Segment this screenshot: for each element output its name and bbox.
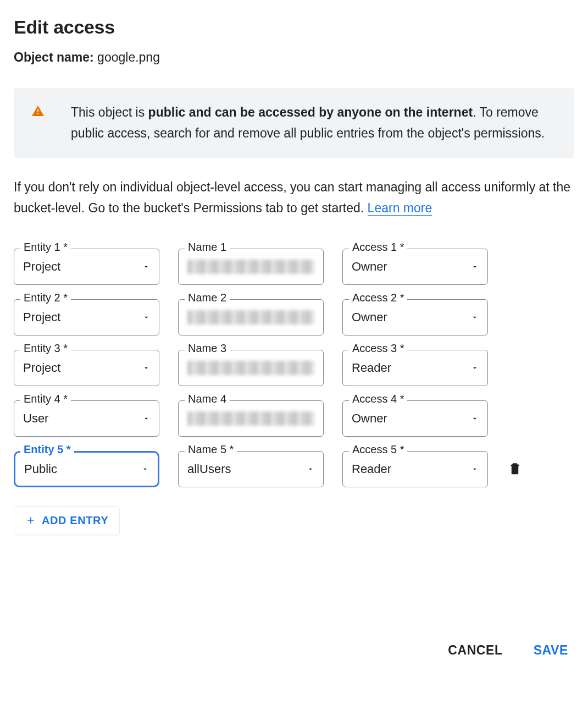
add-entry-label: ADD ENTRY	[42, 514, 108, 527]
add-entry-button[interactable]: ADD ENTRY	[14, 506, 120, 535]
access-value: Owner	[352, 411, 387, 426]
access-label: Access 4 *	[349, 393, 407, 404]
access-row: Entity 4 *UserName 4Access 4 *Owner	[14, 400, 574, 437]
dialog-title: Edit access	[14, 16, 574, 38]
chevron-down-icon	[141, 465, 149, 473]
entity-label: Entity 5 *	[20, 444, 74, 455]
redacted-value	[187, 411, 314, 426]
access-select[interactable]: Access 1 *Owner	[342, 249, 488, 285]
entity-select[interactable]: Entity 2 *Project	[14, 299, 159, 336]
entity-label: Entity 1 *	[20, 241, 71, 252]
entity-value: Project	[23, 260, 60, 274]
access-label: Access 1 *	[349, 241, 407, 252]
learn-more-link[interactable]: Learn more	[368, 201, 432, 216]
entity-value: User	[23, 411, 48, 426]
access-row: Entity 2 *ProjectName 2Access 2 *Owner	[14, 299, 574, 336]
public-access-alert: This object is public and can be accesse…	[14, 88, 574, 158]
access-value: Reader	[352, 361, 391, 375]
access-row: Entity 1 *ProjectName 1Access 1 *Owner	[14, 249, 574, 285]
redacted-value	[187, 310, 314, 324]
name-label: Name 3	[185, 343, 230, 354]
access-value: Reader	[352, 462, 391, 476]
object-name-value: google.png	[97, 50, 160, 64]
object-name: Object name: google.png	[14, 50, 574, 65]
trash-icon	[507, 465, 523, 479]
name-label: Name 2	[185, 292, 230, 303]
entity-select[interactable]: Entity 3 *Project	[14, 350, 159, 386]
name-input[interactable]: Name 3	[178, 350, 324, 386]
chevron-down-icon	[142, 364, 150, 372]
chevron-down-icon	[142, 314, 150, 321]
access-label: Access 3 *	[349, 343, 407, 354]
entity-label: Entity 3 *	[20, 343, 71, 354]
name-input[interactable]: Name 1	[178, 249, 324, 285]
access-select[interactable]: Access 2 *Owner	[342, 299, 488, 336]
entity-select[interactable]: Entity 4 *User	[14, 400, 159, 437]
plus-icon	[25, 515, 36, 526]
chevron-down-icon	[471, 415, 479, 422]
access-rows: Entity 1 *ProjectName 1Access 1 *OwnerEn…	[14, 249, 574, 487]
save-button[interactable]: SAVE	[534, 643, 568, 658]
access-row: Entity 3 *ProjectName 3Access 3 *Reader	[14, 350, 574, 386]
access-label: Access 2 *	[349, 292, 407, 303]
entity-value: Project	[23, 310, 60, 324]
access-value: Owner	[352, 260, 387, 274]
chevron-down-icon	[471, 364, 479, 372]
name-label: Name 5 *	[185, 444, 237, 455]
access-select[interactable]: Access 4 *Owner	[342, 400, 488, 437]
object-name-label: Object name:	[14, 50, 94, 64]
access-select[interactable]: Access 5 *Reader	[342, 451, 488, 487]
delete-row-button[interactable]	[507, 460, 525, 479]
access-value: Owner	[352, 310, 387, 324]
access-select[interactable]: Access 3 *Reader	[342, 350, 488, 386]
name-input[interactable]: Name 2	[178, 299, 324, 336]
name-value: allUsers	[187, 462, 231, 476]
access-row: Entity 5 *PublicName 5 *allUsersAccess 5…	[14, 451, 574, 487]
name-select[interactable]: Name 5 *allUsers	[178, 451, 324, 487]
alert-message: This object is public and can be accesse…	[71, 102, 557, 144]
chevron-down-icon	[471, 314, 479, 321]
entity-value: Public	[24, 462, 57, 476]
name-label: Name 1	[185, 241, 230, 252]
redacted-value	[187, 260, 314, 274]
chevron-down-icon	[142, 263, 150, 271]
redacted-value	[187, 361, 314, 375]
access-label: Access 5 *	[349, 444, 407, 455]
chevron-down-icon	[142, 415, 150, 422]
warning-icon	[31, 105, 45, 121]
dialog-footer: CANCEL SAVE	[448, 643, 568, 658]
chevron-down-icon	[471, 465, 479, 473]
entity-label: Entity 2 *	[20, 292, 71, 303]
uniform-access-hint: If you don't rely on individual object-l…	[14, 177, 574, 219]
cancel-button[interactable]: CANCEL	[448, 643, 502, 658]
chevron-down-icon	[307, 465, 314, 473]
entity-select[interactable]: Entity 5 *Public	[14, 451, 159, 487]
name-label: Name 4	[185, 393, 230, 404]
entity-label: Entity 4 *	[20, 393, 71, 404]
entity-value: Project	[23, 361, 60, 375]
name-input[interactable]: Name 4	[178, 400, 324, 437]
entity-select[interactable]: Entity 1 *Project	[14, 249, 159, 285]
chevron-down-icon	[471, 263, 479, 271]
